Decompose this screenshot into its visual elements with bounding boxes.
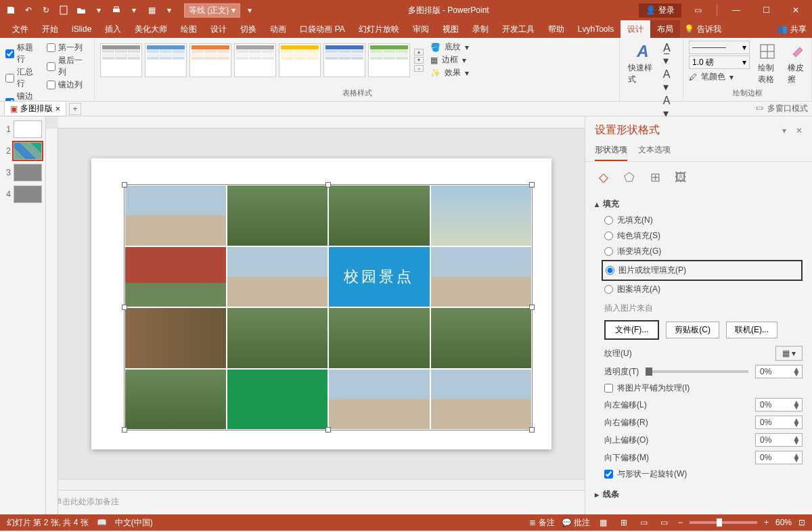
zoom-out-icon[interactable]: − bbox=[678, 518, 683, 527]
tell-me[interactable]: 💡 告诉我 bbox=[684, 24, 721, 35]
undo-icon[interactable]: ↶ bbox=[20, 2, 37, 18]
share-button[interactable]: 👥 共享 bbox=[777, 24, 807, 35]
save-icon[interactable] bbox=[3, 2, 19, 18]
text-fill-icon[interactable]: A̲ ▾ bbox=[663, 41, 677, 68]
redo-icon[interactable]: ↻ bbox=[38, 2, 54, 18]
chk-total-row[interactable]: 汇总行 bbox=[5, 66, 40, 89]
pane-close-icon[interactable]: ✕ bbox=[796, 126, 803, 135]
pen-color[interactable]: 🖊 笔颜色 ▾ bbox=[689, 70, 750, 83]
tab-table-design[interactable]: 设计 bbox=[621, 20, 650, 38]
chk-rotate-with-shape[interactable]: 与形状一起旋转(W) bbox=[595, 466, 803, 482]
center-text-cell[interactable]: 校园景点 bbox=[329, 247, 430, 307]
offset-right-input[interactable]: 0%▲▼ bbox=[755, 416, 803, 429]
gallery-more-icon[interactable]: ⌄ bbox=[414, 65, 424, 72]
notes-pane[interactable]: 单击此处添加备注 bbox=[46, 490, 585, 514]
file-button[interactable]: 文件(F)... bbox=[604, 320, 659, 340]
canvas[interactable]: 校园景点 bbox=[46, 129, 585, 479]
tab-review[interactable]: 审阅 bbox=[406, 20, 436, 38]
multi-window-button[interactable]: 多窗口模式 bbox=[767, 103, 808, 114]
offset-left-input[interactable]: 0%▲▼ bbox=[755, 398, 803, 412]
tab-view[interactable]: 视图 bbox=[436, 20, 466, 38]
transparency-slider[interactable] bbox=[646, 370, 748, 373]
notes-button[interactable]: ≣ 备注 bbox=[529, 517, 554, 529]
zoom-level[interactable]: 60% bbox=[775, 518, 792, 527]
language-indicator[interactable]: 中文(中国) bbox=[115, 517, 153, 529]
scrollbar-h[interactable] bbox=[46, 479, 585, 490]
minimize-icon[interactable]: ― bbox=[723, 1, 750, 20]
radio-solid-fill[interactable]: 纯色填充(S) bbox=[595, 228, 803, 244]
chevron-down-icon[interactable]: ▾ bbox=[126, 2, 142, 18]
thumb-4[interactable]: 4 bbox=[3, 185, 43, 203]
login-button[interactable]: 👤 登录 bbox=[639, 3, 681, 18]
border-button[interactable]: ▦ 边框 ▾ bbox=[430, 53, 469, 66]
qat-more-icon[interactable]: ▾ bbox=[242, 2, 258, 18]
pen-style[interactable]: ▾ bbox=[689, 41, 750, 54]
radio-gradient-fill[interactable]: 渐变填充(G) bbox=[595, 244, 803, 259]
tab-text-options[interactable]: 文本选项 bbox=[638, 141, 671, 161]
chk-banded-col[interactable]: 镶边列 bbox=[47, 79, 89, 91]
ribbon-options-icon[interactable]: ▭ bbox=[684, 1, 711, 20]
chevron-down-icon[interactable]: ▾ bbox=[91, 2, 107, 18]
line-section[interactable]: ▸线条 bbox=[595, 486, 803, 503]
fit-window-icon[interactable]: ⊡ bbox=[798, 518, 805, 527]
online-button[interactable]: 联机(E)... bbox=[726, 322, 777, 338]
print-icon[interactable] bbox=[108, 2, 125, 18]
tab-animation[interactable]: 动画 bbox=[263, 20, 293, 38]
tab-table-layout[interactable]: 布局 bbox=[650, 20, 680, 38]
fill-line-icon[interactable]: ◇ bbox=[595, 169, 612, 186]
window-mode-icon[interactable]: ▭ bbox=[756, 103, 763, 114]
tab-draw[interactable]: 绘图 bbox=[174, 20, 204, 38]
slide[interactable]: 校园景点 bbox=[91, 158, 551, 449]
quick-styles-button[interactable]: A快速样式 bbox=[625, 41, 660, 87]
close-icon[interactable]: ✕ bbox=[782, 1, 809, 20]
effects-icon[interactable]: ⬠ bbox=[621, 169, 638, 186]
size-icon[interactable]: ⊞ bbox=[646, 169, 664, 186]
open-icon[interactable] bbox=[73, 2, 89, 18]
zoom-in-icon[interactable]: + bbox=[764, 518, 769, 527]
eraser-button[interactable]: 橡皮擦 bbox=[785, 41, 809, 87]
tab-record[interactable]: 录制 bbox=[466, 20, 495, 38]
tab-islide[interactable]: iSlide bbox=[65, 20, 98, 38]
reading-view-icon[interactable]: ▭ bbox=[637, 517, 651, 528]
zoom-slider[interactable] bbox=[690, 521, 757, 524]
gallery-up-icon[interactable]: ▴ bbox=[414, 49, 424, 56]
fill-section[interactable]: ▴填充 bbox=[595, 196, 803, 213]
radio-no-fill[interactable]: 无填充(N) bbox=[595, 213, 803, 228]
thumb-1[interactable]: 1 bbox=[3, 120, 43, 138]
radio-picture-fill[interactable]: 图片或纹理填充(P) bbox=[606, 263, 798, 278]
texture-picker[interactable]: ▦ ▾ bbox=[775, 346, 803, 361]
image-table[interactable]: 校园景点 bbox=[125, 185, 531, 429]
pen-weight[interactable]: 1.0 磅▾ bbox=[689, 56, 750, 69]
tab-beautify[interactable]: 美化大师 bbox=[128, 20, 174, 38]
normal-view-icon[interactable]: ▦ bbox=[597, 517, 610, 528]
font-selector[interactable]: 等线 (正文)▾ bbox=[184, 3, 240, 18]
shading-button[interactable]: 🪣 底纹 ▾ bbox=[430, 41, 469, 53]
tab-lvyh[interactable]: LvyhTools bbox=[571, 20, 621, 38]
transparency-input[interactable]: 0%▲▼ bbox=[755, 365, 803, 378]
selected-cell[interactable] bbox=[227, 370, 328, 430]
table-style-gallery[interactable]: ▴▾⌄ 🪣 底纹 ▾ ▦ 边框 ▾ ✨ 效果 ▾ bbox=[100, 41, 614, 79]
offset-top-input[interactable]: 0%▲▼ bbox=[755, 433, 803, 447]
clipboard-button[interactable]: 剪贴板(C) bbox=[666, 322, 719, 338]
close-tab-icon[interactable]: × bbox=[55, 104, 60, 114]
chk-first-col[interactable]: 第一列 bbox=[47, 42, 89, 53]
tab-transition[interactable]: 切换 bbox=[233, 20, 263, 38]
tab-insert[interactable]: 插入 bbox=[98, 20, 128, 38]
slide-counter[interactable]: 幻灯片 第 2 张, 共 4 张 bbox=[7, 517, 89, 529]
offset-bottom-input[interactable]: 0%▲▼ bbox=[755, 451, 803, 464]
chevron-down-icon[interactable]: ▾ bbox=[161, 2, 177, 18]
sorter-view-icon[interactable]: ⊞ bbox=[617, 517, 631, 528]
thumb-2[interactable]: 2 bbox=[3, 142, 43, 160]
tab-pocket[interactable]: 口袋动画 PA bbox=[293, 20, 351, 38]
tab-home[interactable]: 开始 bbox=[35, 20, 65, 38]
tab-dev[interactable]: 开发工具 bbox=[495, 20, 541, 38]
tab-help[interactable]: 帮助 bbox=[541, 20, 571, 38]
gallery-down-icon[interactable]: ▾ bbox=[414, 57, 424, 64]
spellcheck-icon[interactable]: 📖 bbox=[97, 518, 107, 527]
draw-table-button[interactable]: 绘制表格 bbox=[755, 41, 780, 87]
text-outline-icon[interactable]: A ▾ bbox=[663, 68, 677, 94]
chk-header-row[interactable]: 标题行 bbox=[5, 42, 40, 65]
doc-tab-active[interactable]: ▣多图排版× bbox=[4, 101, 66, 116]
pane-menu-icon[interactable]: ▾ bbox=[782, 126, 786, 135]
thumb-3[interactable]: 3 bbox=[3, 164, 43, 181]
